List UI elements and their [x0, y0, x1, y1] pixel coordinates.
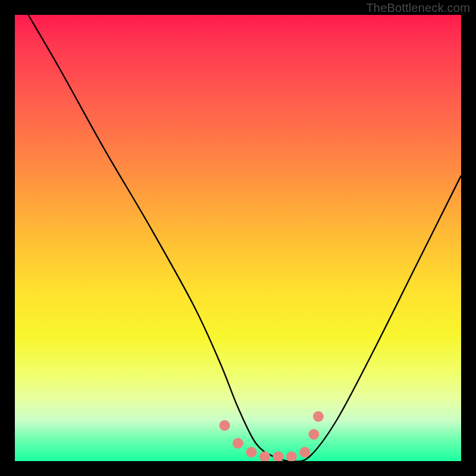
- marker-point: [220, 420, 230, 431]
- marker-point: [286, 452, 297, 462]
- marker-point: [300, 447, 311, 458]
- highlight-markers: [220, 411, 324, 461]
- bottleneck-curve: [29, 15, 462, 461]
- marker-point: [259, 452, 270, 462]
- watermark-text: TheBottleneck.com: [366, 1, 470, 15]
- marker-point: [309, 429, 320, 440]
- marker-point: [273, 452, 284, 462]
- curve-line: [29, 15, 462, 461]
- marker-point: [313, 411, 324, 422]
- marker-point: [233, 438, 243, 449]
- chart-svg: [15, 15, 461, 461]
- plot-area: [15, 15, 461, 461]
- chart-frame: TheBottleneck.com: [0, 0, 476, 476]
- marker-point: [246, 447, 257, 458]
